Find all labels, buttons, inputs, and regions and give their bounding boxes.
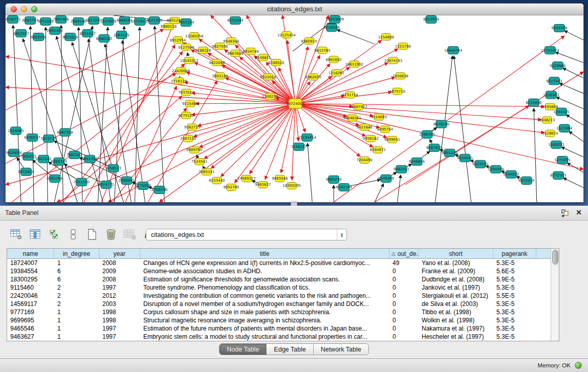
table-cell[interactable]: 1997 bbox=[99, 333, 140, 340]
table-row[interactable]: 911546021997Tourette syndrome. Phenomeno… bbox=[7, 283, 559, 292]
table-cell[interactable]: Wolkin et al. (1998) bbox=[419, 317, 493, 324]
graph-edge[interactable] bbox=[297, 108, 305, 132]
graph-edge[interactable] bbox=[56, 36, 103, 202]
table-selector-dropdown[interactable]: citations_edges.txt ▲▼ bbox=[146, 229, 347, 240]
table-row[interactable]: 977716911998Corpus callosum shape and si… bbox=[7, 308, 559, 316]
table-cell[interactable]: Corpus callosum shape and size in male p… bbox=[140, 309, 389, 316]
table-cell[interactable]: 5.3E-5 bbox=[493, 317, 536, 324]
table-cell[interactable]: 9463627 bbox=[7, 333, 54, 340]
graph-edge[interactable] bbox=[337, 30, 375, 44]
graph-edge[interactable] bbox=[79, 27, 83, 202]
table-cell[interactable]: Nakamura et al. (1997) bbox=[419, 325, 493, 332]
graph-edge[interactable] bbox=[30, 26, 34, 202]
graph-edge[interactable] bbox=[308, 143, 312, 202]
table-cell[interactable]: 1997 bbox=[99, 284, 140, 291]
graph-edge[interactable] bbox=[430, 139, 432, 143]
graph-edge[interactable] bbox=[234, 107, 292, 183]
table-cell[interactable]: 6 bbox=[54, 268, 99, 275]
table-cell[interactable]: 1 bbox=[54, 309, 99, 316]
table-cell[interactable]: 2012 bbox=[99, 292, 140, 299]
graph-edge[interactable] bbox=[435, 56, 452, 202]
table-cell[interactable]: 5.3E-5 bbox=[493, 309, 536, 316]
table-cell[interactable]: Yano et al. (2008) bbox=[419, 259, 493, 267]
table-cell[interactable]: 5.3E-5 bbox=[493, 300, 536, 308]
table-cell[interactable]: 2 bbox=[54, 284, 99, 291]
table-cell[interactable]: 5.3E-5 bbox=[493, 333, 536, 340]
delete-table-button[interactable] bbox=[123, 227, 137, 242]
table-cell[interactable]: 1997 bbox=[99, 325, 140, 332]
graph-edge[interactable] bbox=[61, 25, 63, 202]
table-cell[interactable]: 49 bbox=[389, 259, 419, 267]
graph-edge[interactable] bbox=[135, 27, 140, 202]
table-cell[interactable]: 5.3E-5 bbox=[493, 259, 536, 267]
tab-edge-table[interactable]: Edge Table bbox=[267, 344, 313, 355]
graph-edge[interactable] bbox=[567, 163, 583, 172]
table-cell[interactable]: Estimation of the future numbers of pati… bbox=[140, 325, 389, 332]
table-cell[interactable]: 18300295 bbox=[7, 276, 54, 283]
table-cell[interactable]: 6 bbox=[54, 276, 99, 283]
modify-table-button[interactable] bbox=[9, 227, 24, 242]
network-window-titlebar[interactable]: citations_edges.txt bbox=[6, 4, 583, 15]
table-cell[interactable]: 22420046 bbox=[7, 292, 54, 299]
table-cell[interactable]: Tourette syndrome. Phenomenology and cla… bbox=[140, 284, 389, 291]
table-cell[interactable]: Embryonic stem cells: a model to study s… bbox=[140, 333, 389, 340]
graph-edge[interactable] bbox=[203, 166, 204, 168]
table-cell[interactable]: 9115460 bbox=[7, 284, 54, 291]
table-cell[interactable]: Genome-wide association studies in ADHD. bbox=[140, 268, 389, 275]
tab-network-table[interactable]: Network Table bbox=[314, 344, 368, 355]
graph-edge[interactable] bbox=[566, 115, 583, 125]
graph-edge[interactable] bbox=[88, 26, 172, 202]
table-cell[interactable]: 1 bbox=[54, 333, 99, 340]
table-cell[interactable]: 0 bbox=[389, 317, 419, 324]
table-cell[interactable]: Stergiakouli et al. (2012) bbox=[419, 292, 493, 299]
table-cell[interactable]: 1998 bbox=[99, 317, 140, 324]
graph-edge[interactable] bbox=[221, 107, 292, 177]
table-cell[interactable]: Dudbridge et al. (2008) bbox=[419, 276, 493, 283]
graph-edge[interactable] bbox=[420, 151, 429, 159]
table-cell[interactable]: 1 bbox=[54, 325, 99, 332]
graph-edge[interactable] bbox=[13, 25, 21, 202]
clear-selection-button[interactable] bbox=[66, 227, 80, 242]
graph-edge[interactable] bbox=[300, 104, 545, 133]
table-cell[interactable]: 18724007 bbox=[7, 259, 54, 267]
delete-rows-button[interactable] bbox=[104, 227, 118, 242]
graph-edge[interactable] bbox=[187, 53, 188, 56]
table-cell[interactable]: 1 bbox=[54, 259, 99, 267]
table-cell[interactable]: 1998 bbox=[99, 309, 140, 316]
table-cell[interactable]: 0 bbox=[389, 309, 419, 316]
graph-edge[interactable] bbox=[349, 180, 381, 186]
table-cell[interactable]: 0 bbox=[389, 333, 419, 340]
table-cell[interactable]: 2003 bbox=[99, 300, 140, 308]
table-cell[interactable]: 1 bbox=[54, 317, 99, 324]
table-row[interactable]: 1938455462009Genome-wide association stu… bbox=[7, 267, 559, 275]
table-cell[interactable]: 2 bbox=[54, 300, 99, 308]
network-canvas-svg[interactable]: 1872400788601288912954122603589127509818… bbox=[6, 15, 583, 202]
graph-edge[interactable] bbox=[282, 15, 295, 99]
table-cell[interactable]: 0 bbox=[389, 292, 419, 299]
graph-edge[interactable] bbox=[6, 56, 291, 103]
table-cell[interactable]: de Silva et al. (2003) bbox=[419, 300, 493, 308]
table-cell[interactable]: Jankovic et al. (1997) bbox=[419, 284, 493, 291]
graph-edge[interactable] bbox=[454, 56, 471, 202]
new-table-button[interactable] bbox=[85, 227, 99, 242]
table-cell[interactable]: 9465546 bbox=[7, 325, 54, 332]
graph-edge[interactable] bbox=[204, 106, 291, 159]
column-header[interactable]: title bbox=[140, 249, 389, 258]
table-row[interactable]: 946554611997Estimation of the future num… bbox=[7, 324, 559, 333]
table-cell[interactable]: 0 bbox=[389, 325, 419, 332]
table-cell[interactable]: 0 bbox=[389, 300, 419, 308]
table-cell[interactable]: 5.5E-5 bbox=[493, 292, 536, 299]
graph-edge[interactable] bbox=[555, 52, 583, 62]
graph-edge[interactable] bbox=[114, 26, 124, 202]
show-columns-button[interactable] bbox=[28, 227, 42, 242]
graph-edge[interactable] bbox=[561, 147, 583, 157]
table-row[interactable]: 946362711997Embryonic stem cells: a mode… bbox=[7, 333, 559, 341]
table-row[interactable]: 1872400712008Changes of HCN gene express… bbox=[7, 259, 559, 267]
table-cell[interactable]: 2009 bbox=[99, 268, 140, 275]
table-cell[interactable]: Tibbo et al. (1998) bbox=[419, 309, 493, 316]
column-header[interactable]: in_degree bbox=[54, 249, 99, 258]
graph-edge[interactable] bbox=[300, 96, 344, 103]
table-vertical-scrollbar[interactable] bbox=[551, 249, 559, 341]
table-cell[interactable]: 5.3E-5 bbox=[493, 284, 536, 291]
table-cell[interactable]: 2008 bbox=[99, 276, 140, 283]
